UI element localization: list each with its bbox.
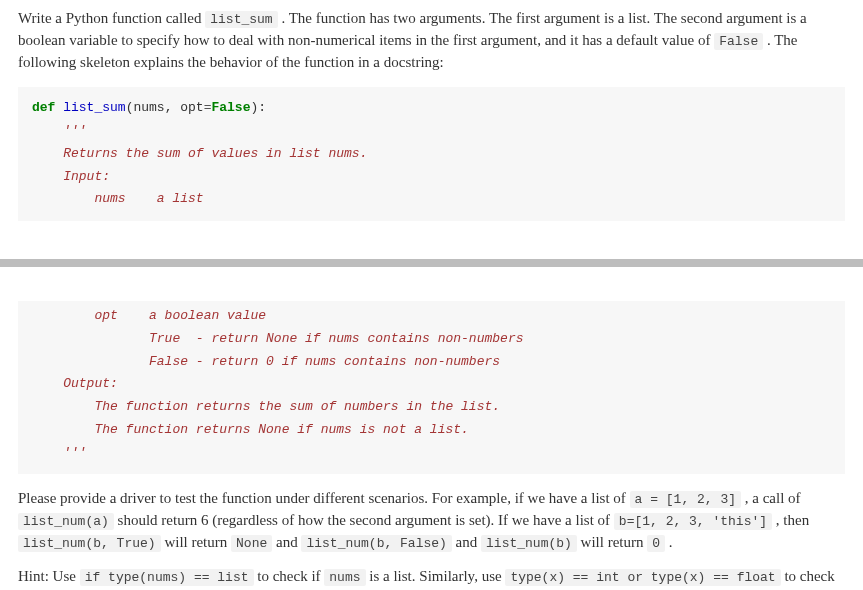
hint-paragraph: Hint: Use if type(nums) == list to check… <box>18 566 845 590</box>
hint-t2: to check if <box>254 568 325 584</box>
hint-t1: Hint: Use <box>18 568 80 584</box>
closing-t5: will return <box>161 534 231 550</box>
code-nums: nums <box>324 569 365 586</box>
doc2-l1: opt a boolean value <box>32 308 266 323</box>
closing-t6: and <box>272 534 301 550</box>
code-listnum-a: list_num(a) <box>18 513 114 530</box>
code-listnum-b-false: list_num(b, False) <box>301 535 451 552</box>
intro-text-1: Write a Python function called <box>18 10 205 26</box>
closing-t2: , a call of <box>741 490 801 506</box>
code-block-2: opt a boolean value True - return None i… <box>18 301 845 474</box>
doc2-l5: The function returns the sum of numbers … <box>32 399 500 414</box>
doc-l5: nums a list <box>32 191 204 206</box>
code-false: False <box>714 33 763 50</box>
section-divider <box>0 259 863 267</box>
kw-def: def <box>32 100 63 115</box>
doc2-l2: True - return None if nums contains non-… <box>32 331 523 346</box>
code-b-list: b=[1, 2, 3, 'this'] <box>614 513 772 530</box>
code-list-sum: list_sum <box>205 11 277 28</box>
code-if-type-list: if type(nums) == list <box>80 569 254 586</box>
closing-paragraph: Please provide a driver to test the func… <box>18 488 845 554</box>
doc2-l4: Output: <box>32 376 118 391</box>
code-block-1: def list_sum(nums, opt=False): ''' Retur… <box>18 87 845 221</box>
code-listnum-b-true: list_num(b, True) <box>18 535 161 552</box>
bi-false: False <box>211 100 250 115</box>
spacer-above-divider <box>0 233 863 259</box>
doc2-close: ''' <box>32 445 87 460</box>
closing-t3: should return 6 (regardless of how the s… <box>114 512 614 528</box>
code-a-list: a = [1, 2, 3] <box>630 491 741 508</box>
fn-name: list_sum <box>63 100 125 115</box>
spacer-below-divider <box>0 267 863 293</box>
sig-open: (nums, opt <box>126 100 204 115</box>
closing-t4: , then <box>772 512 809 528</box>
doc2-l6: The function returns None if nums is not… <box>32 422 469 437</box>
closing-t9: . <box>665 534 673 550</box>
closing-t7: and <box>452 534 481 550</box>
doc-l4: Input: <box>32 169 110 184</box>
intro-section: Write a Python function called list_sum … <box>0 0 863 233</box>
code-zero: 0 <box>647 535 665 552</box>
code-listnum-b: list_num(b) <box>481 535 577 552</box>
closing-t1: Please provide a driver to test the func… <box>18 490 630 506</box>
lower-section: opt a boolean value True - return None i… <box>0 293 863 590</box>
code-none: None <box>231 535 272 552</box>
doc-open: ''' <box>32 123 87 138</box>
hint-t3: is a list. Similarly, use <box>366 568 506 584</box>
doc-l3: Returns the sum of values in list nums. <box>32 146 367 161</box>
intro-paragraph: Write a Python function called list_sum … <box>18 8 845 73</box>
code-type-int-float: type(x) == int or type(x) == float <box>505 569 780 586</box>
doc2-l3: False - return 0 if nums contains non-nu… <box>32 354 500 369</box>
sig-close: ): <box>250 100 266 115</box>
closing-t8: will return <box>577 534 647 550</box>
